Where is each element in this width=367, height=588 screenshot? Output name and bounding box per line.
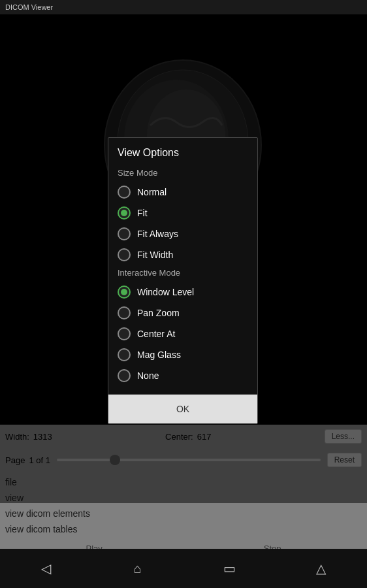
recent-icon: [223, 561, 236, 576]
back-icon: [41, 561, 51, 576]
radio-circle-normal: [118, 186, 131, 199]
radio-label-none: None: [137, 370, 159, 381]
radio-circle-pan-zoom: [118, 306, 131, 319]
radio-label-pan-zoom: Pan Zoom: [137, 308, 180, 318]
radio-fit-always[interactable]: Fit Always: [118, 223, 248, 244]
interactive-mode-label: Interactive Mode: [118, 268, 248, 278]
size-mode-label: Size Mode: [118, 168, 248, 178]
radio-center-at[interactable]: Center At: [118, 323, 248, 344]
back-button[interactable]: [33, 555, 59, 581]
radio-circle-fit: [118, 206, 131, 220]
ok-button[interactable]: OK: [150, 397, 215, 421]
radio-mag-glass[interactable]: Mag Glass: [118, 344, 248, 365]
radio-circle-none: [118, 369, 131, 382]
up-button[interactable]: [308, 555, 334, 581]
home-icon: [134, 561, 142, 576]
radio-label-window-level: Window Level: [137, 287, 194, 297]
radio-circle-fit-width: [118, 248, 131, 261]
radio-label-mag-glass: Mag Glass: [137, 350, 181, 360]
radio-label-fit: Fit: [137, 208, 148, 218]
radio-fit-width[interactable]: Fit Width: [118, 244, 248, 265]
dialog-content: Size Mode Normal Fit Fit Always Fit Widt…: [108, 168, 257, 391]
radio-label-fit-width: Fit Width: [137, 250, 173, 260]
nav-bar: [0, 549, 367, 588]
radio-fit[interactable]: Fit: [118, 203, 248, 223]
radio-normal[interactable]: Normal: [118, 182, 248, 203]
up-icon: [316, 561, 326, 576]
radio-label-normal: Normal: [137, 187, 167, 197]
recent-button[interactable]: [216, 555, 242, 581]
radio-pan-zoom[interactable]: Pan Zoom: [118, 302, 248, 323]
menu-item-view-dicom-elements[interactable]: view dicom elements: [5, 506, 362, 521]
radio-none[interactable]: None: [118, 365, 248, 386]
radio-label-center-at: Center At: [137, 329, 175, 339]
dialog-title: View Options: [108, 138, 257, 165]
dialog-footer: OK: [108, 394, 257, 423]
radio-circle-window-level: [118, 286, 131, 299]
radio-circle-fit-always: [118, 227, 131, 240]
radio-circle-mag-glass: [118, 348, 131, 361]
title-bar: DICOM Viewer: [0, 0, 367, 14]
radio-window-level[interactable]: Window Level: [118, 282, 248, 302]
radio-circle-center-at: [118, 327, 131, 340]
menu-item-view-dicom-tables[interactable]: view dicom tables: [5, 521, 362, 537]
radio-label-fit-always: Fit Always: [137, 229, 178, 239]
view-options-dialog: View Options Size Mode Normal Fit Fit Al…: [108, 137, 258, 424]
home-button[interactable]: [125, 555, 151, 581]
app-title: DICOM Viewer: [5, 3, 53, 11]
